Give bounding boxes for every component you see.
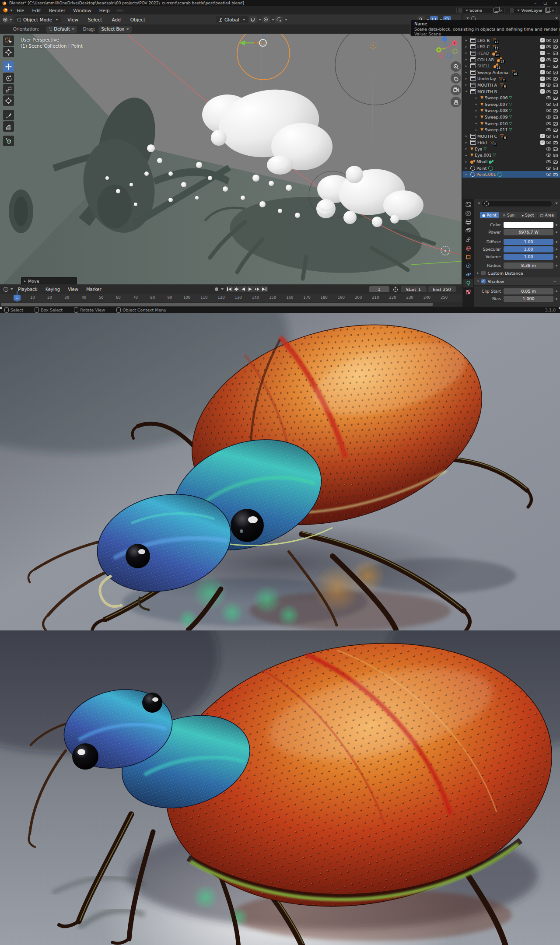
checkbox-icon[interactable]: ✓: [540, 57, 545, 62]
start-frame-field[interactable]: Start1: [401, 286, 427, 292]
outliner-row[interactable]: ▼ LEG C ▽ ▽13 13 ✓: [462, 44, 560, 50]
next-keyframe-button[interactable]: [254, 286, 261, 292]
close-button[interactable]: ×: [554, 1, 557, 5]
eye-icon[interactable]: [546, 44, 551, 49]
camera-icon[interactable]: [553, 134, 558, 139]
timeline-menu-item[interactable]: Keying: [42, 287, 64, 292]
custom-distance-row[interactable]: ▸ Custom Distance: [474, 269, 560, 277]
disclosure-icon[interactable]: [466, 147, 469, 150]
light-type-button[interactable]: Area: [538, 212, 556, 218]
checkbox-icon[interactable]: ✓: [540, 140, 545, 145]
light-type-button[interactable]: Point: [480, 212, 499, 218]
workspace-tab[interactable]: [130, 10, 137, 11]
blender-menu-icon[interactable]: [3, 7, 8, 13]
outliner-row[interactable]: ▼ SHELL ▽ ▽23 23 ✓: [462, 63, 560, 69]
outliner-row[interactable]: ▼ Sweep.010 ▽ ▽ ✓: [462, 120, 560, 127]
current-frame-field[interactable]: 1: [369, 286, 389, 292]
view-layer-selector[interactable]: ViewLayer ×: [508, 7, 556, 14]
scene-selector[interactable]: Scene ×: [456, 7, 505, 14]
auto-key-button[interactable]: [214, 287, 224, 292]
eye-icon[interactable]: [546, 108, 551, 113]
light-type-button[interactable]: Spot: [518, 212, 537, 218]
operator-panel[interactable]: ▸Move: [21, 277, 77, 284]
workspace-tab[interactable]: [179, 10, 186, 11]
workspace-tab[interactable]: [144, 10, 151, 11]
outliner-row[interactable]: ▼ Sweep.008 ▽ ▽ ✓: [462, 108, 560, 114]
tab-render[interactable]: [463, 209, 473, 217]
eye-icon[interactable]: [546, 146, 551, 151]
disclosure-icon[interactable]: [476, 115, 479, 119]
select-box-tool[interactable]: [3, 35, 14, 46]
tab-physics[interactable]: [463, 270, 473, 279]
disclosure-icon[interactable]: [476, 96, 479, 100]
eye-icon[interactable]: [546, 102, 551, 107]
timeline-ruler[interactable]: 1020304050607080901001101201301401501601…: [0, 294, 462, 302]
camera-icon[interactable]: [553, 57, 558, 62]
stopwatch-icon[interactable]: [393, 287, 398, 292]
volume-slider[interactable]: 1.00: [504, 254, 553, 260]
camera-icon[interactable]: [553, 89, 558, 94]
outliner-row[interactable]: ▼ Mball ▽ ▽ ✓: [462, 158, 560, 165]
end-frame-field[interactable]: End250: [428, 286, 456, 292]
viewport-menu-item[interactable]: Select: [83, 17, 107, 22]
workspace-tab[interactable]: [123, 10, 130, 11]
tab-texture[interactable]: [463, 288, 473, 296]
camera-icon[interactable]: [553, 159, 558, 164]
timeline-scrollbar[interactable]: [0, 302, 462, 307]
drag-dropdown[interactable]: Select Box: [98, 26, 132, 33]
menu-item[interactable]: Window: [69, 8, 95, 13]
filter-icon[interactable]: [555, 18, 558, 19]
tab-object-data[interactable]: [463, 279, 473, 287]
eye-icon[interactable]: [546, 70, 551, 75]
menu-item[interactable]: Render: [45, 8, 69, 13]
camera-view-button[interactable]: [451, 85, 461, 95]
play-button[interactable]: [247, 286, 254, 292]
camera-icon[interactable]: [553, 147, 558, 151]
camera-icon[interactable]: [553, 76, 558, 81]
workspace-tab[interactable]: [172, 10, 179, 11]
disclosure-icon[interactable]: [466, 166, 469, 170]
move-tool[interactable]: [3, 61, 14, 72]
disclosure-icon[interactable]: [466, 45, 469, 49]
camera-icon[interactable]: [553, 44, 558, 49]
jump-to-start-button[interactable]: [226, 286, 233, 292]
eye-icon[interactable]: [546, 127, 551, 133]
menu-item[interactable]: Help: [95, 8, 114, 13]
checkbox-icon[interactable]: ✓: [540, 51, 545, 55]
camera-icon[interactable]: [553, 121, 558, 126]
checkbox-icon[interactable]: ✓: [540, 64, 545, 68]
disclosure-icon[interactable]: [476, 109, 479, 112]
eye-icon[interactable]: [546, 165, 551, 171]
radius-field[interactable]: 8.38 m: [504, 262, 553, 269]
camera-icon[interactable]: [553, 153, 558, 158]
copy-icon[interactable]: [494, 8, 498, 13]
viewport-menu-item[interactable]: Add: [107, 17, 125, 22]
checkbox-icon[interactable]: ✓: [540, 89, 545, 94]
eye-icon[interactable]: [546, 82, 551, 88]
workspace-tab[interactable]: [137, 10, 144, 11]
tab-output[interactable]: [463, 218, 473, 226]
clip-start-field[interactable]: 0.05 m: [504, 288, 553, 294]
checkbox-icon[interactable]: ✓: [540, 83, 545, 87]
workspace-tab[interactable]: [165, 10, 172, 11]
outliner-row[interactable]: ▼ Sweep.006 ▽ ▽ ✓: [462, 94, 560, 101]
outliner-row[interactable]: ▼ MOUTH B ▽ ▽ ✓: [462, 88, 560, 95]
proportional-edit-icon[interactable]: [262, 16, 270, 23]
shadow-section-header[interactable]: ▾✓ Shadow≡: [474, 277, 560, 286]
camera-icon[interactable]: [553, 51, 558, 56]
eye-icon[interactable]: [546, 172, 551, 177]
outliner-row[interactable]: ▼ Point.001 ▽ ▽ ✓: [462, 171, 560, 178]
outliner-row[interactable]: ▼ Point ▽ ▽ ✓: [462, 165, 560, 172]
eye-icon[interactable]: [546, 89, 551, 94]
eye-icon[interactable]: [546, 76, 551, 81]
camera-icon[interactable]: [553, 38, 558, 43]
outliner-row[interactable]: ▼ Underlay ▽ ▽2 2 ✓: [462, 76, 560, 82]
eye-icon[interactable]: [546, 57, 551, 62]
disclosure-icon[interactable]: [466, 70, 469, 74]
timeline-menu-item[interactable]: Playback: [14, 287, 42, 292]
camera-icon[interactable]: [553, 166, 558, 171]
workspace-tab[interactable]: [116, 10, 123, 11]
outliner-row[interactable]: ▼ MOUTH C ▽ ▽6 6 ✓: [462, 133, 560, 140]
play-reverse-button[interactable]: [240, 286, 247, 292]
tab-scene[interactable]: [463, 235, 473, 244]
